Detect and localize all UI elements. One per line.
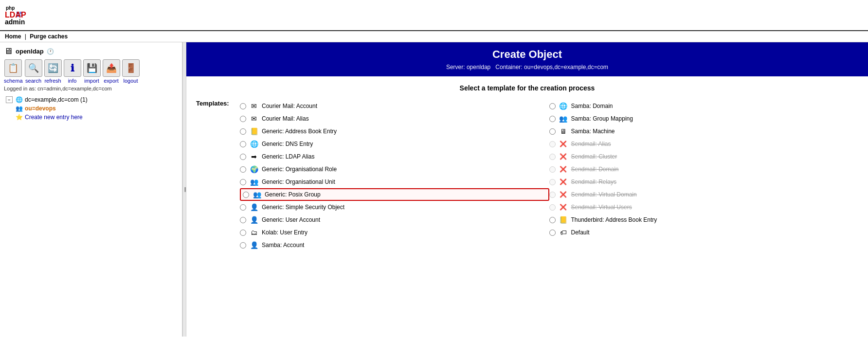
template-radio[interactable] [240,217,246,223]
template-radio[interactable] [549,103,556,109]
template-radio[interactable] [549,230,556,236]
template-radio[interactable] [240,179,246,185]
template-item-icon: 👥 [559,114,568,124]
resize-handle[interactable] [182,42,186,337]
ou-icon: 👥 [16,105,23,112]
template-item: 👥Generic: Posix Group [240,188,549,201]
schema-icon: 📋 [4,59,22,77]
content-header: Create Object Server: openldap Container… [186,42,868,76]
subtitle-server: openldap [467,64,490,71]
template-item-label[interactable]: Sendmail: Virtual Domain [571,191,637,198]
template-item: ❌Sendmail: Relays [549,176,859,188]
template-item: 🌍Generic: Organisational Role [240,163,549,176]
create-entry[interactable]: ⭐ Create new entry here [16,113,178,122]
template-item-label[interactable]: Generic: Posix Group [265,191,321,198]
server-name: openldap [16,48,44,55]
template-item-label[interactable]: Samba: Domain [571,103,613,109]
template-item-label[interactable]: Generic: Organisational Unit [262,178,335,185]
svg-text:php: php [6,5,15,11]
template-item-label[interactable]: Generic: DNS Entry [262,141,313,147]
template-item-icon: 👤 [249,215,259,225]
ou-devops-link[interactable]: ou=devops [25,105,56,112]
template-item-label[interactable]: Sendmail: Domain [571,166,619,173]
template-item-label[interactable]: Generic: Organisational Role [262,166,337,173]
template-radio[interactable] [549,166,556,173]
nav-home[interactable]: Home [5,33,21,40]
template-item-icon: ✉ [249,114,259,124]
tool-search[interactable]: 🔍 search [25,59,42,84]
template-radio[interactable] [549,154,556,160]
template-radio[interactable] [549,141,556,147]
template-radio[interactable] [549,179,556,185]
template-item-label[interactable]: Thunderbird: Address Book Entry [571,216,657,223]
template-item-label[interactable]: Courier Mail: Alias [262,115,309,122]
template-item-label[interactable]: Samba: Account [262,242,304,249]
tool-info[interactable]: ℹ info [64,59,81,84]
template-item-icon: 👥 [249,177,259,187]
templates-label: Templates: [196,100,235,111]
expand-icon[interactable]: − [6,96,13,103]
tool-export[interactable]: 📤 export [103,59,120,84]
template-item-label[interactable]: Default [571,229,590,236]
template-item-label[interactable]: Sendmail: Relays [571,178,616,185]
template-radio[interactable] [240,204,246,211]
template-item: 📒Generic: Address Book Entry [240,125,549,138]
template-item-icon: ❌ [559,164,568,174]
template-radio[interactable] [240,116,246,122]
template-radio[interactable] [240,154,246,160]
template-radio[interactable] [243,192,249,198]
tool-logout[interactable]: 🚪 logout [122,59,140,84]
template-radio[interactable] [549,204,556,211]
search-icon: 🔍 [25,59,42,77]
template-item-label[interactable]: Generic: Address Book Entry [262,128,337,135]
template-item-icon: 👥 [252,190,262,199]
tool-schema[interactable]: 📋 schema [4,59,23,84]
logo: php LDAP admin [5,3,39,27]
page-title: Create Object [192,48,862,61]
svg-text:admin: admin [5,18,25,26]
template-radio[interactable] [549,128,556,135]
template-item-label[interactable]: Sendmail: Alias [571,141,611,147]
tool-import[interactable]: 💾 import [83,59,101,84]
template-radio[interactable] [240,128,246,135]
template-item-label[interactable]: Courier Mail: Account [262,103,317,109]
template-radio[interactable] [549,217,556,223]
tree: − 🌐 dc=example,dc=com (1) 👥 ou=devops ⭐ … [6,95,178,122]
template-item: 🏷Default [549,226,859,239]
template-radio[interactable] [549,116,556,122]
template-item: 🌐Generic: DNS Entry [240,138,549,150]
template-item: 📒Thunderbird: Address Book Entry [549,213,859,226]
template-item: ➡Generic: LDAP Alias [240,150,549,163]
template-item-label[interactable]: Samba: Machine [571,128,615,135]
template-item-icon: 🌍 [249,164,259,174]
template-item-icon: ❌ [559,177,568,187]
nav-purge-caches[interactable]: Purge caches [30,33,68,40]
template-radio[interactable] [240,141,246,147]
template-item: ❌Sendmail: Virtual Domain [549,188,859,201]
templates-label-col: Templates: [196,100,240,251]
template-item-label[interactable]: Generic: LDAP Alias [262,153,315,160]
template-radio[interactable] [549,192,556,198]
template-item-icon: 👤 [249,240,259,250]
template-col-1: ✉Courier Mail: Account✉Courier Mail: Ali… [240,100,549,251]
tree-item-ou-devops[interactable]: 👥 ou=devops [16,104,178,113]
template-radio[interactable] [240,166,246,173]
template-radio[interactable] [240,242,246,249]
template-radio[interactable] [240,103,246,109]
template-item-label[interactable]: Generic: Simple Security Object [262,204,344,211]
template-item-label[interactable]: Sendmail: Cluster [571,153,617,160]
template-radio[interactable] [240,230,246,236]
tool-refresh[interactable]: 🔄 refresh [44,59,62,84]
template-item-label[interactable]: Samba: Group Mapping [571,115,633,122]
template-section: Select a template for the creation proce… [186,76,868,259]
template-item-label[interactable]: Sendmail: Virtual Users [571,204,632,211]
template-item: 👥Generic: Organisational Unit [240,176,549,188]
template-item: 👥Samba: Group Mapping [549,112,859,125]
template-item-icon: ❌ [559,139,568,149]
template-item-label[interactable]: Generic: User Account [262,216,320,223]
subtitle-container: ou=devops,dc=example,dc=com [524,64,608,71]
template-item-label[interactable]: Kolab: User Entry [262,229,307,236]
template-item-icon: ❌ [559,152,568,161]
template-item-icon: 🗂 [249,228,259,237]
create-entry-link[interactable]: Create new entry here [25,114,83,121]
